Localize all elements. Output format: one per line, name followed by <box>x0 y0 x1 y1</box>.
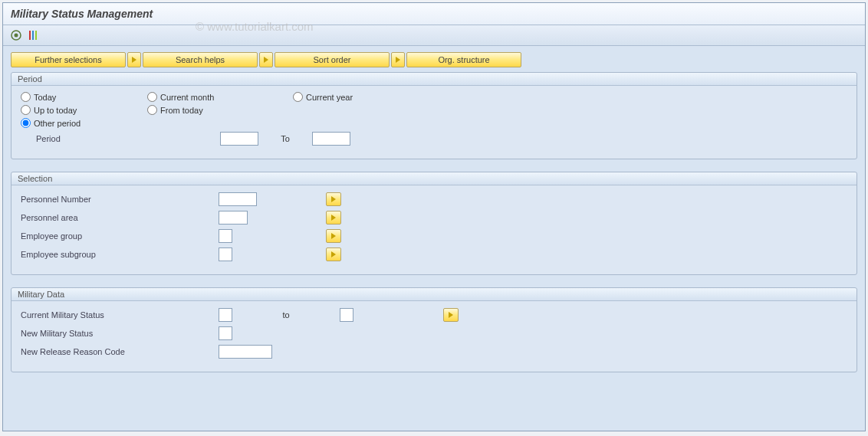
multi-select-button[interactable] <box>326 248 341 261</box>
personnel-area-label: Personnel area <box>21 213 219 222</box>
employee-subgroup-label: Employee subgroup <box>21 250 219 259</box>
current-military-status-label: Current Military Status <box>21 310 219 320</box>
multi-select-button[interactable] <box>326 211 341 225</box>
new-release-reason-label: New Release Reason Code <box>21 347 219 356</box>
button-row: Further selections Search helps Sort ord… <box>11 52 857 67</box>
radio-current-month[interactable]: Current month <box>147 92 293 102</box>
radio-label: Current year <box>306 93 353 102</box>
radio-label: Current month <box>160 93 214 102</box>
period-legend: Period <box>12 73 856 86</box>
multi-select-button[interactable] <box>326 192 341 206</box>
period-group: Period Today Current month Current year … <box>11 72 857 159</box>
arrow-icon[interactable] <box>391 52 405 67</box>
personnel-number-label: Personnel Number <box>21 195 219 204</box>
current-military-status-from-input[interactable] <box>219 308 232 322</box>
variant-icon[interactable] <box>26 28 40 42</box>
svg-rect-2 <box>29 31 31 40</box>
radio-from-today[interactable]: From today <box>147 105 293 115</box>
svg-rect-3 <box>32 31 34 40</box>
radio-label: From today <box>160 106 203 115</box>
new-military-status-input[interactable] <box>219 326 232 340</box>
sort-order-button[interactable]: Sort order <box>275 52 390 67</box>
further-selections-button[interactable]: Further selections <box>11 52 126 67</box>
to-label: to <box>232 310 340 320</box>
svg-point-1 <box>15 34 18 38</box>
employee-group-label: Employee group <box>21 231 219 241</box>
employee-group-input[interactable] <box>219 229 232 243</box>
new-release-reason-input[interactable] <box>219 345 272 359</box>
to-label: To <box>258 134 312 143</box>
page-title: Military Status Management <box>3 3 865 25</box>
multi-select-button[interactable] <box>443 308 459 322</box>
radio-up-to-today[interactable]: Up to today <box>21 105 147 115</box>
radio-label: Up to today <box>34 106 77 115</box>
selection-legend: Selection <box>12 172 856 185</box>
period-label: Period <box>21 134 220 143</box>
period-from-input[interactable] <box>220 132 258 146</box>
military-data-group: Military Data Current Military Status to… <box>11 287 857 372</box>
org-structure-button[interactable]: Org. structure <box>406 52 521 67</box>
arrow-icon[interactable] <box>127 52 141 67</box>
radio-today[interactable]: Today <box>21 92 147 102</box>
new-military-status-label: New Military Status <box>21 329 219 338</box>
app-toolbar <box>3 25 865 46</box>
period-to-input[interactable] <box>312 132 350 146</box>
arrow-icon[interactable] <box>259 52 273 67</box>
radio-other-period[interactable]: Other period <box>21 118 147 128</box>
personnel-area-input[interactable] <box>219 211 248 225</box>
multi-select-button[interactable] <box>326 229 341 243</box>
radio-current-year[interactable]: Current year <box>293 92 431 102</box>
radio-label: Other period <box>34 119 81 128</box>
selection-group: Selection Personnel Number Personnel are… <box>11 172 857 275</box>
current-military-status-to-input[interactable] <box>340 308 353 322</box>
personnel-number-input[interactable] <box>219 192 257 206</box>
execute-icon[interactable] <box>9 28 23 42</box>
radio-label: Today <box>34 93 56 102</box>
military-legend: Military Data <box>12 288 856 301</box>
employee-subgroup-input[interactable] <box>219 248 232 261</box>
svg-rect-4 <box>35 31 37 40</box>
search-helps-button[interactable]: Search helps <box>143 52 258 67</box>
